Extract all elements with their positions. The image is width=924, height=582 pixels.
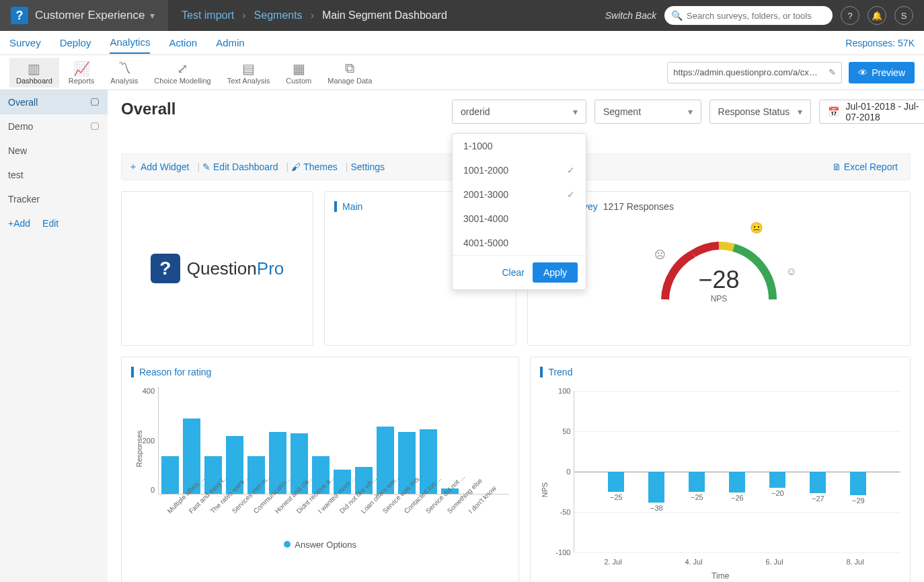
trend-bar [769, 472, 785, 488]
search-input[interactable] [687, 11, 826, 21]
dropdown-option[interactable]: 4001-5000 [453, 231, 586, 255]
tab-action[interactable]: Action [169, 32, 197, 53]
tool-reports[interactable]: 📈Reports [62, 58, 102, 87]
caret-down-icon: ▾ [573, 106, 578, 117]
widget-reason-for-rating: Reason for rating Responses 4002000 Mult… [121, 357, 519, 582]
bar-category-label: Services met m... [231, 497, 248, 515]
check-icon: ✓ [567, 189, 575, 200]
text-icon: ▤ [242, 61, 255, 77]
settings-button[interactable]: Settings [350, 161, 385, 172]
sidebar-edit-link[interactable]: Edit [42, 218, 59, 229]
trend-bar [810, 472, 826, 493]
avatar[interactable]: S [894, 6, 913, 25]
dropdown-apply-button[interactable]: Apply [533, 262, 578, 283]
bar-category-label: I wanted more ... [317, 497, 334, 515]
dropdown-option[interactable]: 1001-2000✓ [453, 158, 586, 182]
reason-legend: Answer Options [131, 540, 509, 550]
sidebar-item-tracker[interactable]: Tracker [0, 187, 108, 211]
sidebar-add-link[interactable]: +Add [8, 218, 30, 229]
monitor-icon: 🖵 [90, 97, 100, 108]
bar-category-label: Something else [446, 497, 463, 515]
breadcrumb: Test import › Segments › Main Segment Da… [168, 9, 447, 22]
caret-down-icon: ▾ [150, 10, 155, 21]
caret-down-icon: ▾ [688, 106, 693, 117]
trend-x-axis-label: Time [540, 571, 900, 581]
trend-bar-chart: 100500-50-100−25−38−25−26−20−27−292. Jul… [574, 391, 900, 552]
trend-y-tick: 100 [546, 387, 570, 395]
search-icon: 🔍 [671, 10, 683, 21]
share-url-field[interactable]: https://admin.questionpro.com/a/cxLogin.… [667, 62, 842, 83]
tab-admin[interactable]: Admin [216, 32, 245, 53]
dropdown-option[interactable]: 2001-3000✓ [453, 182, 586, 207]
edit-dashboard-button[interactable]: ✎Edit Dashboard [202, 161, 278, 172]
sidebar-item-overall[interactable]: Overall🖵 [0, 90, 108, 114]
breadcrumb-segments[interactable]: Segments [254, 9, 303, 22]
chevron-right-icon: › [242, 9, 245, 22]
bar-category-label: The rates were ... [209, 497, 227, 515]
nps-gauge: ☹ 😐 ☺ [652, 225, 786, 313]
choice-icon: ⤢ [177, 61, 188, 77]
filter-response-status-select[interactable]: Response Status ▾ [709, 100, 811, 124]
tab-deploy[interactable]: Deploy [60, 32, 91, 53]
tool-custom[interactable]: ▦Custom [279, 58, 318, 87]
manage-data-icon: ⧉ [345, 61, 354, 77]
trend-bar [608, 472, 624, 492]
sidebar-item-new[interactable]: New [0, 139, 108, 163]
brush-icon: 🖌 [291, 161, 301, 172]
tool-text-analysis[interactable]: ▤Text Analysis [221, 58, 277, 87]
export-icon: 🗎 [832, 161, 841, 172]
sidebar-item-demo[interactable]: Demo🖵 [0, 114, 108, 139]
bar-category-label: Service was mis... [381, 497, 399, 515]
filter-orderid-select[interactable]: orderid ▾ [452, 100, 586, 124]
trend-value-label: −25 [687, 493, 707, 501]
breadcrumb-test-import[interactable]: Test import [182, 9, 234, 22]
trend-value-label: −26 [727, 494, 747, 502]
sidebar-item-test[interactable]: test [0, 163, 108, 187]
dropdown-option[interactable]: 1-1000 [453, 134, 586, 158]
tab-analytics[interactable]: Analytics [110, 32, 150, 54]
bar [161, 456, 179, 494]
widget-logo: ? QuestionPro [121, 191, 313, 346]
excel-report-button[interactable]: 🗎Excel Report [832, 161, 898, 172]
tool-choice-modelling[interactable]: ⤢Choice Modelling [147, 58, 217, 87]
check-icon: ✓ [567, 165, 575, 176]
smile-icon: ☺ [786, 266, 797, 278]
tool-analysis[interactable]: 〽Analysis [104, 58, 145, 87]
monitor-icon: 🖵 [90, 121, 100, 132]
search-input-wrapper[interactable]: 🔍 [664, 6, 833, 25]
help-icon[interactable]: ? [841, 6, 859, 25]
pencil-icon[interactable]: ✎ [829, 67, 836, 77]
add-widget-button[interactable]: ＋Add Widget [128, 161, 189, 173]
tool-manage-data[interactable]: ⧉Manage Data [321, 58, 379, 87]
filter-date-range[interactable]: 📅 Jul-01-2018 - Jul-07-2018 ▾ [819, 100, 925, 124]
tab-survey[interactable]: Survey [9, 32, 41, 53]
filter-segment-select[interactable]: Segment ▾ [594, 100, 701, 124]
tool-dashboard[interactable]: ▥Dashboard [9, 58, 59, 87]
frown-icon: ☹ [654, 248, 666, 261]
questionpro-logo: ? QuestionPro [151, 254, 284, 283]
dropdown-clear-button[interactable]: Clear [502, 267, 525, 278]
trend-value-label: −20 [767, 489, 787, 497]
themes-button[interactable]: 🖌Themes [291, 161, 338, 172]
calendar-icon: 📅 [828, 106, 839, 117]
trend-y-tick: 0 [546, 468, 570, 476]
preview-button[interactable]: 👁 Preview [849, 62, 915, 83]
brand-menu[interactable]: ? Customer Experience ▾ [0, 0, 168, 31]
trend-bar [689, 472, 705, 492]
share-url-text: https://admin.questionpro.com/a/cxLogin. [673, 67, 821, 77]
analysis-icon: 〽 [118, 61, 131, 77]
dropdown-option[interactable]: 3001-4000 [453, 207, 586, 231]
neutral-face-icon: 😐 [750, 221, 763, 234]
trend-value-label: −27 [808, 495, 828, 503]
trend-x-tick: 2. Jul [604, 558, 621, 566]
reports-icon: 📈 [73, 61, 90, 77]
trend-y-tick: -100 [546, 548, 570, 556]
dashboard-icon: ▥ [28, 61, 40, 77]
responses-count[interactable]: Responses: 57K [845, 38, 915, 48]
bar-category-label: Contacted too ... [403, 497, 420, 515]
trend-value-label: −29 [848, 497, 868, 505]
switch-back-link[interactable]: Switch Back [605, 10, 656, 21]
bar-category-label: Multiple offers ... [166, 497, 184, 515]
bar-category-label: I don't know [467, 497, 485, 515]
bell-icon[interactable]: 🔔 [868, 6, 886, 25]
